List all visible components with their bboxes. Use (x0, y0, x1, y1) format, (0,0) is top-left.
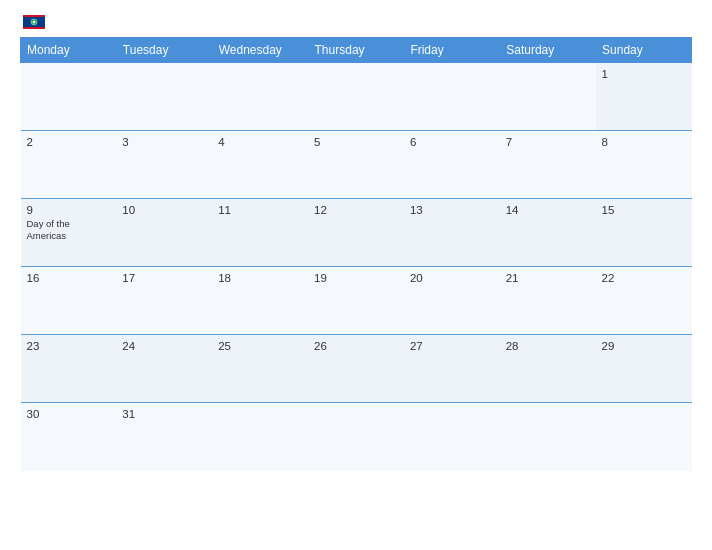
calendar-cell (500, 63, 596, 131)
day-number: 21 (506, 272, 590, 284)
day-number: 26 (314, 340, 398, 352)
day-number: 11 (218, 204, 302, 216)
calendar-cell: 25 (212, 335, 308, 403)
calendar-cell (308, 63, 404, 131)
svg-rect-2 (23, 15, 45, 17)
svg-rect-3 (23, 27, 45, 29)
calendar-weekday-wednesday: Wednesday (212, 38, 308, 63)
calendar-cell: 9Day of the Americas (21, 199, 117, 267)
day-number: 30 (27, 408, 111, 420)
calendar-table: MondayTuesdayWednesdayThursdayFridaySatu… (20, 37, 692, 471)
day-number: 6 (410, 136, 494, 148)
calendar-cell: 15 (596, 199, 692, 267)
calendar-cell (404, 63, 500, 131)
calendar-cell: 22 (596, 267, 692, 335)
calendar-cell: 6 (404, 131, 500, 199)
calendar-weekday-monday: Monday (21, 38, 117, 63)
calendar-cell (500, 403, 596, 471)
day-number: 22 (602, 272, 686, 284)
calendar-week-row: 16171819202122 (21, 267, 692, 335)
day-number: 13 (410, 204, 494, 216)
logo-flag-icon (23, 15, 45, 29)
day-number: 5 (314, 136, 398, 148)
day-number: 8 (602, 136, 686, 148)
calendar-cell: 17 (116, 267, 212, 335)
calendar-cell: 5 (308, 131, 404, 199)
event-label: Day of the Americas (27, 218, 111, 243)
day-number: 1 (602, 68, 686, 80)
calendar-weekday-tuesday: Tuesday (116, 38, 212, 63)
svg-point-5 (33, 21, 36, 24)
day-number: 23 (27, 340, 111, 352)
calendar-cell: 7 (500, 131, 596, 199)
day-number: 25 (218, 340, 302, 352)
calendar-cell: 4 (212, 131, 308, 199)
calendar-cell: 27 (404, 335, 500, 403)
calendar-weekday-thursday: Thursday (308, 38, 404, 63)
calendar-cell (212, 403, 308, 471)
day-number: 16 (27, 272, 111, 284)
calendar-week-row: 2345678 (21, 131, 692, 199)
calendar-cell: 11 (212, 199, 308, 267)
calendar-cell (308, 403, 404, 471)
day-number: 14 (506, 204, 590, 216)
calendar-cell: 19 (308, 267, 404, 335)
day-number: 3 (122, 136, 206, 148)
calendar-cell (404, 403, 500, 471)
calendar-cell (212, 63, 308, 131)
calendar-cell: 12 (308, 199, 404, 267)
day-number: 28 (506, 340, 590, 352)
day-number: 27 (410, 340, 494, 352)
day-number: 7 (506, 136, 590, 148)
calendar-cell: 10 (116, 199, 212, 267)
logo (20, 15, 45, 29)
calendar-header-row: MondayTuesdayWednesdayThursdayFridaySatu… (21, 38, 692, 63)
calendar-cell: 14 (500, 199, 596, 267)
day-number: 20 (410, 272, 494, 284)
calendar-week-row: 9Day of the Americas101112131415 (21, 199, 692, 267)
day-number: 10 (122, 204, 206, 216)
calendar-weekday-saturday: Saturday (500, 38, 596, 63)
day-number: 4 (218, 136, 302, 148)
calendar-cell (21, 63, 117, 131)
calendar-cell (596, 403, 692, 471)
header (20, 15, 692, 29)
calendar-cell: 16 (21, 267, 117, 335)
day-number: 15 (602, 204, 686, 216)
day-number: 9 (27, 204, 111, 216)
calendar-cell: 29 (596, 335, 692, 403)
calendar-page: MondayTuesdayWednesdayThursdayFridaySatu… (0, 0, 712, 550)
calendar-cell: 24 (116, 335, 212, 403)
calendar-cell: 20 (404, 267, 500, 335)
calendar-cell (116, 63, 212, 131)
calendar-cell: 2 (21, 131, 117, 199)
calendar-weekday-sunday: Sunday (596, 38, 692, 63)
calendar-cell: 8 (596, 131, 692, 199)
calendar-cell: 30 (21, 403, 117, 471)
day-number: 17 (122, 272, 206, 284)
calendar-cell: 13 (404, 199, 500, 267)
day-number: 12 (314, 204, 398, 216)
calendar-cell: 1 (596, 63, 692, 131)
calendar-weekday-friday: Friday (404, 38, 500, 63)
calendar-cell: 26 (308, 335, 404, 403)
calendar-week-row: 1 (21, 63, 692, 131)
day-number: 31 (122, 408, 206, 420)
calendar-cell: 18 (212, 267, 308, 335)
calendar-cell: 28 (500, 335, 596, 403)
day-number: 24 (122, 340, 206, 352)
day-number: 29 (602, 340, 686, 352)
day-number: 18 (218, 272, 302, 284)
calendar-week-row: 3031 (21, 403, 692, 471)
calendar-cell: 3 (116, 131, 212, 199)
calendar-cell: 21 (500, 267, 596, 335)
day-number: 19 (314, 272, 398, 284)
calendar-cell: 23 (21, 335, 117, 403)
calendar-week-row: 23242526272829 (21, 335, 692, 403)
calendar-cell: 31 (116, 403, 212, 471)
day-number: 2 (27, 136, 111, 148)
